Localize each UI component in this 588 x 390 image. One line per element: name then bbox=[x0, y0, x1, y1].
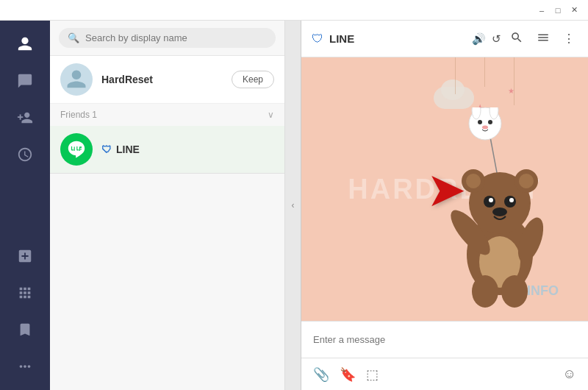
svg-point-4 bbox=[478, 120, 482, 124]
bookmark-toolbar-icon[interactable]: 🔖 bbox=[340, 366, 356, 383]
sidebar bbox=[0, 21, 50, 390]
search-chat-icon[interactable] bbox=[507, 28, 526, 50]
chat-header: 🛡 LINE 🔊 ↺ ⋮ bbox=[301, 21, 588, 57]
svg-point-22 bbox=[501, 275, 528, 308]
svg-point-3 bbox=[490, 107, 498, 119]
message-input-area bbox=[301, 321, 588, 358]
emoji-icon[interactable]: ☺ bbox=[563, 366, 576, 382]
refresh-icon[interactable]: ↺ bbox=[492, 32, 501, 46]
maximize-button[interactable]: □ bbox=[550, 2, 566, 18]
svg-point-13 bbox=[519, 174, 534, 188]
chat-messages: HARDRESET INFO ★ ★ bbox=[301, 57, 588, 321]
contact-name-hardreset: HardReset bbox=[101, 74, 223, 85]
svg-point-18 bbox=[492, 208, 507, 216]
keep-button[interactable]: Keep bbox=[232, 71, 274, 88]
collapse-arrow-icon: ‹ bbox=[292, 200, 295, 210]
sidebar-item-more[interactable] bbox=[9, 350, 41, 383]
contact-item-line[interactable]: 🛡 LINE bbox=[50, 126, 284, 174]
svg-point-6 bbox=[482, 126, 488, 130]
message-input[interactable] bbox=[313, 334, 576, 345]
sidebar-item-add-friend[interactable] bbox=[9, 102, 41, 134]
chevron-down-icon[interactable]: ∨ bbox=[268, 110, 274, 120]
sidebar-item-profile[interactable] bbox=[9, 28, 41, 60]
sidebar-item-grid[interactable] bbox=[9, 277, 41, 309]
svg-point-5 bbox=[488, 120, 492, 124]
sidebar-bottom-icons bbox=[9, 240, 41, 383]
close-button[interactable]: ✕ bbox=[566, 2, 582, 18]
svg-point-17 bbox=[509, 198, 514, 202]
cloud-top bbox=[441, 79, 465, 100]
contact-panel: 🔍 HardReset Keep Friends 1 ∨ � bbox=[50, 21, 285, 390]
string-3 bbox=[514, 57, 514, 105]
sidebar-item-bookmark[interactable] bbox=[9, 313, 41, 346]
line-shield-icon: 🛡 bbox=[101, 143, 112, 155]
string-2 bbox=[484, 57, 485, 87]
search-input-wrap[interactable]: 🔍 bbox=[59, 28, 276, 48]
line-contact-name: 🛡 LINE bbox=[101, 143, 140, 155]
svg-point-11 bbox=[466, 174, 481, 188]
search-icon: 🔍 bbox=[68, 32, 79, 43]
line-logo bbox=[60, 133, 93, 166]
collapse-toggle[interactable]: ‹ bbox=[285, 21, 301, 390]
svg-point-2 bbox=[472, 107, 481, 119]
bear-illustration bbox=[419, 107, 566, 313]
string-1 bbox=[455, 57, 456, 94]
more-chat-icon[interactable]: ⋮ bbox=[560, 29, 578, 49]
friends-label: Friends 1 bbox=[60, 110, 97, 120]
chat-area: 🛡 LINE 🔊 ↺ ⋮ HARDRESET INFO ★ ★ bbox=[301, 21, 588, 390]
crop-icon[interactable]: ⬚ bbox=[366, 366, 379, 383]
chat-toolbar: 📎 🔖 ⬚ ☺ bbox=[301, 358, 588, 390]
sidebar-item-timeline[interactable] bbox=[9, 138, 41, 171]
title-bar: – □ ✕ bbox=[0, 0, 588, 21]
attach-icon[interactable]: 📎 bbox=[313, 366, 329, 383]
friends-section: Friends 1 ∨ bbox=[50, 104, 284, 126]
chat-header-icons: ⋮ bbox=[507, 28, 578, 50]
minimize-button[interactable]: – bbox=[534, 2, 550, 18]
volume-icon[interactable]: 🔊 bbox=[472, 32, 486, 46]
list-chat-icon[interactable] bbox=[534, 28, 553, 50]
sidebar-item-add-panel[interactable] bbox=[9, 240, 41, 272]
svg-point-21 bbox=[472, 275, 498, 308]
search-input[interactable] bbox=[85, 32, 267, 43]
contact-item-hardreset[interactable]: HardReset Keep bbox=[50, 56, 284, 104]
avatar-hardreset bbox=[60, 63, 93, 96]
chat-title: LINE bbox=[329, 32, 466, 45]
sidebar-item-chat[interactable] bbox=[9, 65, 41, 97]
chat-title-shield-icon: 🛡 bbox=[312, 32, 323, 46]
search-bar: 🔍 bbox=[50, 21, 284, 56]
svg-point-16 bbox=[489, 198, 493, 202]
